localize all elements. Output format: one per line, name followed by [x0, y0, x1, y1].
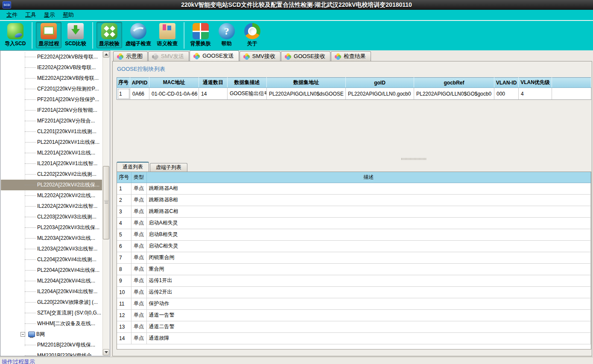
- table-cell[interactable]: PL2202APIGO/LLN0$GO$gocb0: [414, 88, 494, 100]
- table-cell[interactable]: 4: [519, 88, 552, 100]
- toolbar-button[interactable]: 帮助: [214, 22, 239, 48]
- tree-item[interactable]: ML2201A[220kV#1出线...: [1, 148, 102, 158]
- tree-item[interactable]: PF2201A[220kV分段保护...: [1, 94, 102, 105]
- table-cell[interactable]: 10: [117, 286, 131, 298]
- column-header[interactable]: 序号: [117, 78, 130, 88]
- table-cell[interactable]: 0A66: [130, 88, 149, 100]
- table-cell[interactable]: 1: [117, 183, 131, 194]
- table-cell[interactable]: 单点: [131, 229, 146, 240]
- toolbar-button[interactable]: 背景换肤: [188, 22, 213, 48]
- table-cell[interactable]: 单点: [131, 332, 146, 344]
- column-header[interactable]: 数据集地址: [267, 78, 346, 88]
- table-cell[interactable]: 11: [117, 298, 131, 309]
- table-cell[interactable]: 6: [117, 240, 131, 252]
- table-cell[interactable]: 单点: [131, 263, 146, 275]
- table-row[interactable]: 3单点跳断路器C相: [117, 206, 591, 217]
- table-cell[interactable]: 远传2开出: [146, 286, 591, 298]
- column-header[interactable]: gocbRef: [414, 78, 494, 88]
- table-row[interactable]: 10A6601-0C-CD-01-0A-6614GOOSE输出信号PL2202A…: [117, 88, 591, 100]
- toolbar-button[interactable]: 显示校验: [96, 22, 122, 48]
- bottom-tab[interactable]: 虚端子列表: [150, 163, 187, 172]
- table-cell[interactable]: 单点: [131, 206, 146, 217]
- tree-item[interactable]: ML2202A[220kV#2出线...: [1, 190, 102, 201]
- tree-item[interactable]: IE2202A[220kVB段母联...: [1, 62, 102, 73]
- table-row[interactable]: 11单点保护动作: [117, 298, 591, 309]
- toolbar-button[interactable]: 虚端子检查: [123, 22, 154, 48]
- tree-item[interactable]: GL220[220kV故障录波] (...: [1, 297, 102, 308]
- tree-item[interactable]: CL2203[220kV#3出线测...: [1, 212, 102, 222]
- table-row[interactable]: 5单点启动B相失灵: [117, 229, 591, 240]
- table-cell[interactable]: 闭锁重合闸: [146, 252, 591, 263]
- table-cell[interactable]: 5: [117, 229, 131, 240]
- tree-item[interactable]: PL2204A[220kV#4出线保...: [1, 265, 102, 276]
- tree-item[interactable]: SZTA[交直流屏] (SV:0|0,G...: [1, 308, 102, 318]
- table-cell[interactable]: 12: [117, 309, 131, 321]
- table-cell[interactable]: 3: [117, 206, 131, 217]
- tree-item[interactable]: ME2202A[220kVB段母联...: [1, 73, 102, 84]
- table-row[interactable]: 8单点重合闸: [117, 263, 591, 275]
- table-cell[interactable]: 跳断路器A相: [146, 183, 591, 194]
- table-cell[interactable]: 单点: [131, 286, 146, 298]
- tree-item[interactable]: IL2202A[220kV#2出线智...: [1, 201, 102, 212]
- column-header[interactable]: 描述: [146, 172, 591, 183]
- table-cell[interactable]: 跳断路器C相: [146, 206, 591, 217]
- tab[interactable]: 检查结果: [331, 51, 371, 61]
- tree-item[interactable]: ML2203A[220kV#3出线...: [1, 233, 102, 244]
- tree-item[interactable]: IL2203A[220kV#3出线智...: [1, 244, 102, 254]
- table-cell[interactable]: 重合闸: [146, 263, 591, 275]
- toolbar-button[interactable]: 导入SCD: [2, 22, 28, 48]
- table-row[interactable]: 9单点远传1开出: [117, 275, 591, 286]
- bottom-tab[interactable]: 通道列表: [117, 162, 149, 172]
- menu-item[interactable]: 帮助: [59, 10, 78, 20]
- table-cell[interactable]: 000: [494, 88, 519, 100]
- column-header[interactable]: APPID: [130, 78, 149, 88]
- tree-item[interactable]: PL2201A[220kV#1出线保...: [1, 137, 102, 148]
- table-cell[interactable]: 8: [117, 263, 131, 275]
- table-row[interactable]: 10单点远传2开出: [117, 286, 591, 298]
- table-cell[interactable]: 9: [117, 275, 131, 286]
- table-cell[interactable]: 启动C相失灵: [146, 240, 591, 252]
- scroll-down-button[interactable]: [103, 349, 109, 355]
- tree-item[interactable]: CL2204[220kV#4出线测...: [1, 254, 102, 265]
- table-cell[interactable]: 2: [117, 194, 131, 206]
- tree-item[interactable]: CL2202[220kV#2出线测...: [1, 169, 102, 180]
- tree-item[interactable]: MF2201A[220kV分段合...: [1, 116, 102, 126]
- table-cell[interactable]: PL2202APIGO/LLN0.gocb0: [346, 88, 414, 100]
- column-header[interactable]: VLAN优先级: [519, 78, 552, 88]
- tree-scrollbar[interactable]: [102, 51, 109, 355]
- column-header[interactable]: 类型: [131, 172, 146, 183]
- table-cell[interactable]: 单点: [131, 321, 146, 332]
- scroll-up-button[interactable]: [103, 51, 109, 58]
- column-header[interactable]: 序号: [117, 172, 131, 183]
- tree-branch[interactable]: B网: [1, 329, 102, 340]
- tree-item[interactable]: IL2204A[220kV#4出线智...: [1, 286, 102, 297]
- table-cell[interactable]: 单点: [131, 252, 146, 263]
- table-row[interactable]: 12单点通道一告警: [117, 309, 591, 321]
- column-header[interactable]: MAC地址: [149, 78, 199, 88]
- menu-item[interactable]: 显示: [40, 10, 59, 20]
- tab[interactable]: SMV接收: [240, 51, 280, 61]
- tree-item[interactable]: CF2201[220kV分段测控P...: [1, 84, 102, 94]
- table-row[interactable]: 2单点跳断路器B相: [117, 194, 591, 206]
- menu-item[interactable]: 文件: [3, 10, 21, 20]
- table-cell[interactable]: 通道一告警: [146, 309, 591, 321]
- scrollbar-thumb[interactable]: [103, 166, 109, 239]
- tree-item[interactable]: PM2201B[220kV母线保...: [1, 340, 102, 350]
- table-cell[interactable]: 14: [199, 88, 228, 100]
- table-cell[interactable]: 1: [117, 88, 130, 100]
- table-cell[interactable]: 通道故障: [146, 332, 591, 344]
- tree-item[interactable]: IF2201A[220kV分段智能...: [1, 105, 102, 116]
- tree-item[interactable]: ML2204A[220kV#4出线...: [1, 276, 102, 286]
- table-cell[interactable]: 单点: [131, 309, 146, 321]
- splitter-handle[interactable]: [401, 158, 426, 160]
- tab[interactable]: SMV发送: [148, 51, 189, 61]
- tree-item[interactable]: CL2201[220kV#1出线测...: [1, 126, 102, 137]
- table-cell[interactable]: 7: [117, 252, 131, 263]
- table-cell[interactable]: 跳断路器B相: [146, 194, 591, 206]
- table-row[interactable]: 13单点通道二告警: [117, 321, 591, 332]
- table-cell[interactable]: 启动B相失灵: [146, 229, 591, 240]
- tree-item[interactable]: PL2203A[220kV#3出线保...: [1, 222, 102, 233]
- table-row[interactable]: 7单点闭锁重合闸: [117, 252, 591, 263]
- tree-item[interactable]: PE2202A[220kVB段母联...: [1, 52, 102, 62]
- toolbar-button[interactable]: 语义检查: [155, 22, 180, 48]
